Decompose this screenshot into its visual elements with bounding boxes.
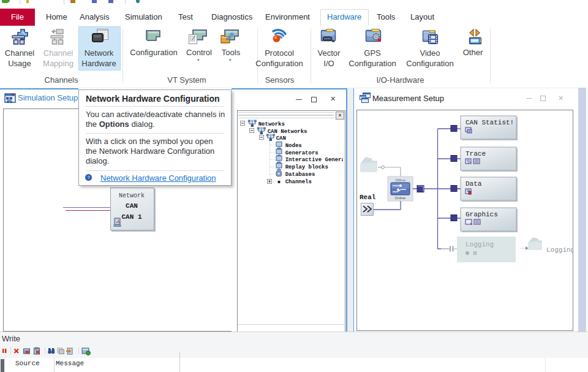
- svg-text:Channels: Channels: [285, 179, 312, 185]
- svg-text:Online: Online: [395, 196, 406, 200]
- svg-text:CAN: CAN: [276, 135, 286, 142]
- svg-text:Logging: Logging: [466, 241, 494, 248]
- svg-text:Replay blocks: Replay blocks: [285, 164, 328, 170]
- svg-text:Trace: Trace: [466, 150, 486, 158]
- svg-text:Data: Data: [466, 180, 482, 188]
- svg-text:CAN Statist!: CAN Statist!: [466, 119, 514, 126]
- svg-text:Graphics: Graphics: [466, 211, 498, 218]
- svg-text:CAN Networks: CAN Networks: [268, 129, 307, 135]
- svg-text:Databases: Databases: [285, 172, 315, 178]
- svg-text:Interactive Genera.: Interactive Genera.: [285, 157, 343, 163]
- svg-text:Real: Real: [360, 194, 376, 201]
- svg-text:Offline: Offline: [395, 178, 406, 182]
- svg-text:Generators: Generators: [285, 150, 318, 156]
- svg-text:Networks: Networks: [258, 121, 285, 127]
- svg-text:Logging: Logging: [546, 246, 573, 254]
- svg-text:Nodes: Nodes: [285, 143, 302, 149]
